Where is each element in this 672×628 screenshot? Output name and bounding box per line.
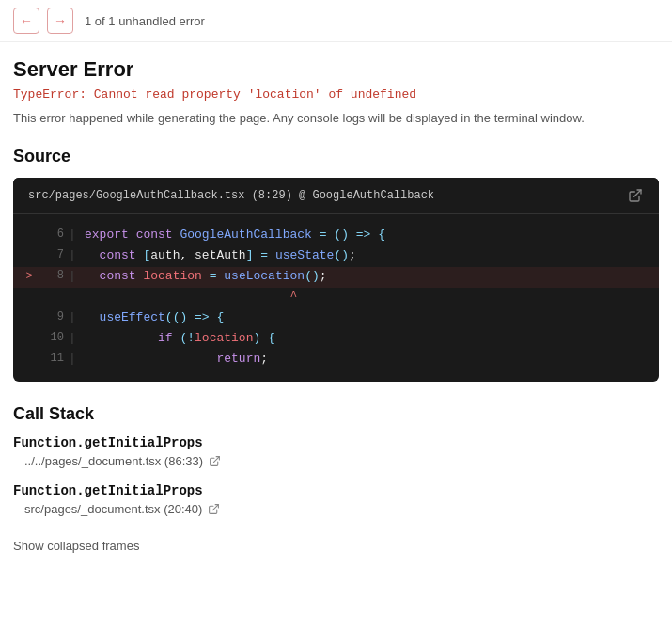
line-separator: | [68, 226, 77, 245]
line-number: 8 [38, 267, 64, 285]
code-line: 11| return; [13, 350, 659, 370]
code-file-path: src/pages/GoogleAuthCallback.tsx (8:29) … [28, 189, 434, 202]
line-separator: | [68, 329, 77, 349]
call-stack-file: src/pages/_document.tsx (20:40) [13, 502, 659, 516]
call-stack-file: ../../pages/_document.tsx (86:33) [13, 454, 659, 468]
line-number: 7 [38, 246, 64, 264]
call-stack-external-link-icon[interactable] [208, 503, 220, 515]
arrow-left-icon: ← [20, 13, 33, 28]
svg-line-2 [213, 504, 219, 510]
show-collapsed-label: Show collapsed frames [13, 539, 139, 553]
code-header: src/pages/GoogleAuthCallback.tsx (8:29) … [13, 178, 659, 214]
line-separator: | [68, 308, 77, 328]
line-separator: | [68, 267, 77, 287]
line-code-content: return; [77, 350, 651, 369]
code-body: 6|export const GoogleAuthCallback = () =… [13, 214, 659, 382]
call-stack-item: Function.getInitialPropssrc/pages/_docum… [13, 483, 659, 516]
code-line: ^ [13, 288, 659, 308]
line-number: 9 [38, 308, 64, 326]
code-line: 10| if (!location) { [13, 329, 659, 350]
line-code-content: if (!location) { [77, 329, 651, 349]
line-code-content: ^ [77, 288, 651, 307]
prev-error-button[interactable]: ← [13, 8, 39, 34]
line-separator: | [68, 246, 77, 266]
call-stack-item: Function.getInitialProps../../pages/_doc… [13, 435, 659, 468]
call-stack-fn-name: Function.getInitialProps [13, 435, 659, 450]
code-line: >8| const location = useLocation(); [13, 267, 659, 288]
arrow-right-icon: → [54, 13, 67, 28]
call-stack-fn-name: Function.getInitialProps [13, 483, 659, 498]
error-type: TypeError: Cannot read property 'locatio… [13, 87, 659, 102]
line-arrow: > [21, 268, 38, 286]
line-code-content: export const GoogleAuthCallback = () => … [77, 226, 651, 245]
line-number: 6 [38, 226, 64, 243]
call-stack-section: Call Stack Function.getInitialProps../..… [13, 404, 659, 554]
error-count: 1 of 1 unhandled error [85, 14, 205, 28]
code-line: 9| useEffect(() => { [13, 308, 659, 329]
call-stack-file-path: ../../pages/_document.tsx (86:33) [24, 454, 203, 468]
line-separator: | [68, 350, 77, 369]
show-collapsed-button[interactable]: Show collapsed frames [13, 539, 139, 553]
code-line: 6|export const GoogleAuthCallback = () =… [13, 226, 659, 246]
code-container: src/pages/GoogleAuthCallback.tsx (8:29) … [13, 178, 659, 382]
error-description: This error happened while generating the… [13, 109, 659, 128]
svg-line-0 [634, 190, 641, 196]
source-section-title: Source [13, 147, 659, 166]
top-bar: ← → 1 of 1 unhandled error [0, 0, 672, 42]
line-code-content: const [auth, setAuth] = useState(); [77, 246, 651, 266]
call-stack-file-path: src/pages/_document.tsx (20:40) [24, 502, 202, 516]
server-error-title: Server Error [13, 57, 659, 82]
line-code-content: const location = useLocation(); [77, 267, 651, 287]
next-error-button[interactable]: → [47, 8, 73, 34]
line-code-content: useEffect(() => { [77, 308, 651, 328]
call-stack-title: Call Stack [13, 404, 659, 424]
main-content: Server Error TypeError: Cannot read prop… [0, 42, 672, 569]
external-link-icon[interactable] [627, 187, 644, 204]
svg-line-1 [213, 456, 219, 462]
call-stack-external-link-icon[interactable] [209, 455, 221, 467]
line-number: 11 [38, 350, 64, 368]
code-line: 7| const [auth, setAuth] = useState(); [13, 246, 659, 267]
line-number: 10 [38, 329, 64, 347]
